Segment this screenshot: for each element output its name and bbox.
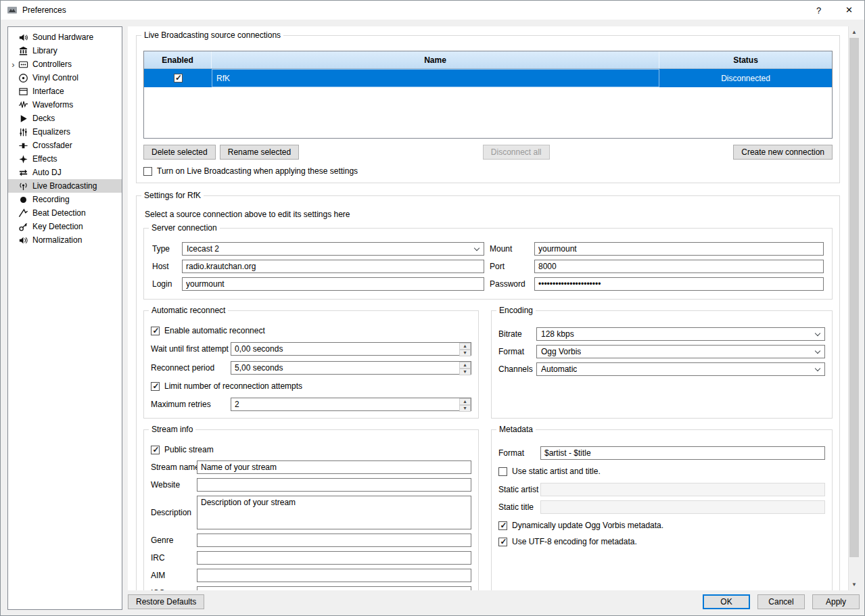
stream-name-input[interactable] <box>197 460 471 474</box>
delete-selected-button[interactable]: Delete selected <box>143 145 216 160</box>
sidebar-item-sound-hardware[interactable]: Sound Hardware <box>8 30 122 44</box>
channels-select[interactable]: Automatic <box>536 362 825 376</box>
port-input[interactable] <box>534 260 824 273</box>
sidebar-item-interface[interactable]: Interface <box>8 85 122 98</box>
column-header-name[interactable]: Name <box>212 51 659 68</box>
spin-down-icon[interactable]: ▾ <box>459 350 471 356</box>
spin-up-icon[interactable]: ▴ <box>459 398 471 405</box>
content-pane: Live Broadcasting source connections Ena… <box>128 26 860 590</box>
spin-down-icon[interactable]: ▾ <box>459 369 471 375</box>
scrollbar-thumb[interactable] <box>849 38 859 557</box>
maximum-retries-label: Maximum retries <box>151 400 228 409</box>
static-artist-label: Static artist <box>498 485 538 494</box>
sidebar-item-decks[interactable]: Decks <box>8 112 122 125</box>
spin-down-icon[interactable]: ▾ <box>459 405 471 412</box>
public-stream-checkbox[interactable]: Public stream <box>151 445 471 454</box>
sidebar-item-auto-dj[interactable]: Auto DJ <box>8 166 122 179</box>
sidebar-item-effects[interactable]: Effects <box>8 152 122 166</box>
metadata-format-input[interactable] <box>540 446 825 460</box>
library-icon <box>18 46 28 56</box>
scroll-up-arrow-icon[interactable]: ▲ <box>849 26 860 38</box>
host-input[interactable] <box>182 260 484 273</box>
spin-up-icon[interactable]: ▴ <box>459 343 471 350</box>
sidebar-item-controllers[interactable]: ›Controllers <box>8 57 122 71</box>
limit-reconnection-attempts-checkbox[interactable]: Limit number of reconnection attempts <box>151 381 471 391</box>
reconnect-period-input[interactable] <box>231 362 459 374</box>
sidebar-item-vinyl-control[interactable]: Vinyl Control <box>8 71 122 85</box>
aim-input[interactable] <box>197 569 471 582</box>
vertical-scrollbar[interactable]: ▲ ▼ <box>848 26 860 590</box>
sidebar-item-library[interactable]: Library <box>8 44 122 57</box>
enable-automatic-reconnect-checkbox[interactable]: Enable automatic reconnect <box>151 326 471 335</box>
connection-name-cell[interactable]: RfK <box>212 69 659 87</box>
description-textarea[interactable] <box>197 496 471 529</box>
cancel-button[interactable]: Cancel <box>757 594 805 609</box>
irc-input[interactable] <box>197 551 471 565</box>
bitrate-select[interactable]: 128 kbps <box>536 327 825 341</box>
sidebar-item-beat-detection[interactable]: Beat Detection <box>8 206 122 220</box>
checkbox-icon[interactable] <box>498 521 507 530</box>
sidebar-item-recording[interactable]: Recording <box>8 193 122 206</box>
format-select[interactable]: Ogg Vorbis <box>536 345 825 358</box>
normalization-icon <box>18 235 28 245</box>
enabled-checkbox[interactable] <box>174 74 183 82</box>
chevron-down-icon <box>815 348 820 354</box>
sidebar-item-waveforms[interactable]: Waveforms <box>8 98 122 112</box>
website-input[interactable] <box>197 478 471 492</box>
restore-defaults-button[interactable]: Restore Defaults <box>128 594 204 609</box>
password-input[interactable] <box>534 277 824 291</box>
sidebar-item-equalizers[interactable]: Equalizers <box>8 125 122 139</box>
dynamically-update-metadata-checkbox[interactable]: Dynamically update Ogg Vorbis metadata. <box>498 521 825 530</box>
checkbox-icon[interactable] <box>498 467 507 476</box>
rename-selected-button[interactable]: Rename selected <box>220 145 299 160</box>
checkbox-icon[interactable] <box>151 446 160 454</box>
connections-table[interactable]: Enabled Name Status RfKDisconnected <box>143 51 833 139</box>
spin-up-icon[interactable]: ▴ <box>459 362 471 369</box>
sidebar-item-normalization[interactable]: Normalization <box>8 233 122 247</box>
titlebar: Preferences ? × <box>1 1 864 20</box>
vinyl-control-icon <box>18 73 28 83</box>
column-header-enabled[interactable]: Enabled <box>144 51 212 68</box>
checkbox-icon[interactable] <box>151 327 160 335</box>
apply-button[interactable]: Apply <box>812 594 860 609</box>
genre-input[interactable] <box>197 534 471 547</box>
maximum-retries-input[interactable] <box>231 398 459 410</box>
use-static-artist-title-checkbox[interactable]: Use static artist and title. <box>498 467 825 476</box>
checkbox-icon[interactable] <box>498 538 507 546</box>
reconnect-period-spinbox[interactable]: ▴ ▾ <box>231 361 471 375</box>
close-button[interactable]: × <box>834 1 864 20</box>
connection-row[interactable]: RfKDisconnected <box>144 69 832 87</box>
wait-until-first-attempt-input[interactable] <box>231 343 459 355</box>
icq-input[interactable] <box>197 586 471 590</box>
settings-hint-text: Select a source connection above to edit… <box>145 210 833 219</box>
sidebar-item-label: Decks <box>32 114 55 123</box>
type-select[interactable]: Icecast 2 <box>182 242 484 256</box>
scroll-down-arrow-icon[interactable]: ▼ <box>849 579 860 590</box>
sidebar-item-key-detection[interactable]: Key Detection <box>8 220 122 233</box>
login-input[interactable] <box>182 277 484 291</box>
turn-on-live-broadcasting-checkbox[interactable]: Turn on Live Broadcasting when applying … <box>143 166 833 176</box>
column-header-status[interactable]: Status <box>659 51 832 68</box>
waveforms-icon <box>18 100 28 110</box>
server-connection-group: Server connection Type Icecast 2 Mount H… <box>143 228 833 300</box>
help-button[interactable]: ? <box>803 1 834 20</box>
wait-until-first-attempt-spinbox[interactable]: ▴ ▾ <box>231 342 471 356</box>
checkbox-icon[interactable] <box>151 382 160 391</box>
sidebar-item-live-broadcasting[interactable]: Live Broadcasting <box>8 179 122 193</box>
host-label: Host <box>152 262 177 271</box>
checkbox-icon[interactable] <box>143 167 152 176</box>
sidebar-item-label: Live Broadcasting <box>32 181 97 191</box>
ok-button[interactable]: OK <box>703 594 750 609</box>
metadata-group-title: Metadata <box>496 425 536 434</box>
sidebar-item-crossfader[interactable]: Crossfader <box>8 139 122 152</box>
wait-until-first-attempt-label: Wait until first attempt <box>151 344 228 354</box>
scrollbar-track[interactable] <box>849 38 860 579</box>
create-new-connection-button[interactable]: Create new connection <box>733 145 833 160</box>
aim-label: AIM <box>151 571 194 580</box>
utf8-encoding-checkbox[interactable]: Use UTF-8 encoding for metadata. <box>498 537 825 546</box>
login-label: Login <box>152 279 177 289</box>
mount-input[interactable] <box>534 242 824 256</box>
maximum-retries-spinbox[interactable]: ▴ ▾ <box>231 398 471 411</box>
connection-enabled-cell[interactable] <box>144 69 212 87</box>
expander-chevron-icon[interactable]: › <box>8 60 18 70</box>
